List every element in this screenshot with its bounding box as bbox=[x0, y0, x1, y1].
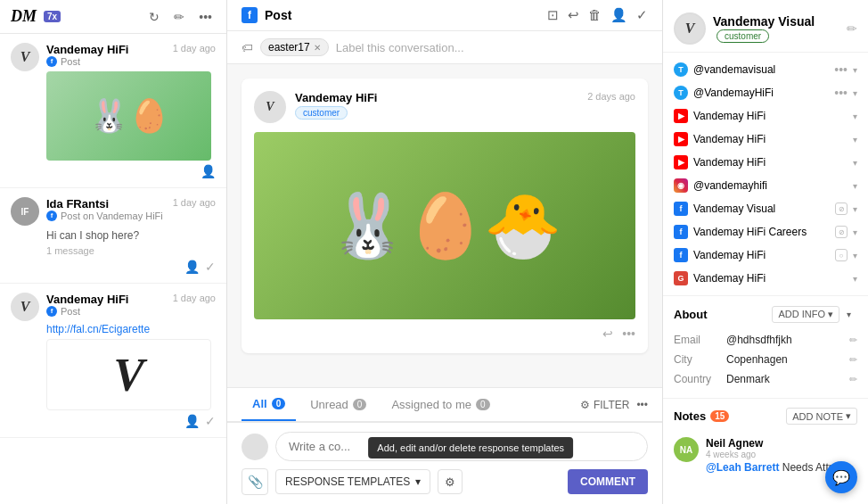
conversation-item-3[interactable]: V Vandemay HiFi f Post 1 day ago http://… bbox=[0, 284, 226, 438]
add-info-label: ADD INFO bbox=[778, 309, 825, 319]
youtube-icon-3: ▶ bbox=[674, 155, 688, 169]
label-remove[interactable]: ✕ bbox=[314, 43, 321, 53]
tab-assigned[interactable]: Assigned to me 0 bbox=[381, 389, 500, 420]
person-icon[interactable]: 👤 bbox=[610, 7, 627, 23]
conv-logo-3: V bbox=[46, 339, 211, 410]
tab-all[interactable]: All 0 bbox=[242, 388, 296, 421]
social-item-yt2: ▶ Vandemay HiFi ▾ bbox=[663, 128, 868, 151]
social-arrow-tw1[interactable]: ▾ bbox=[853, 65, 857, 75]
attach-button[interactable]: 📎 bbox=[242, 468, 268, 495]
social-arrow-yt2[interactable]: ▾ bbox=[853, 135, 857, 145]
copy-icon[interactable]: ⊡ bbox=[547, 7, 559, 23]
facebook-icon-1: f bbox=[674, 202, 688, 216]
social-arrow-gp[interactable]: ▾ bbox=[853, 274, 857, 284]
refresh-button[interactable]: ↻ bbox=[145, 8, 163, 26]
template-label: RESPONSE TEMPLATES bbox=[285, 475, 410, 488]
brand-edit-icon[interactable]: ✏ bbox=[847, 21, 857, 36]
youtube-icon-2: ▶ bbox=[674, 132, 688, 146]
reply-msg-icon[interactable]: ↩ bbox=[602, 326, 613, 341]
reply-icon[interactable]: ↩ bbox=[568, 7, 579, 23]
filter-icon: ⚙ bbox=[580, 399, 590, 411]
conversation-item-2[interactable]: IF Ida FRantsi f Post on Vandemay HiFi 1… bbox=[0, 188, 226, 284]
conv-footer-3: 👤 ✓ bbox=[11, 414, 216, 428]
more-tabs-icon[interactable]: ••• bbox=[636, 399, 648, 411]
about-expand[interactable]: ▾ bbox=[839, 305, 857, 323]
social-badge-fb3: ○ bbox=[835, 249, 848, 261]
instagram-icon: ◉ bbox=[674, 178, 688, 193]
country-value: Denmark bbox=[726, 373, 846, 385]
about-row-city: City Copenhagen ✏ bbox=[674, 350, 857, 369]
filter-label: FILTER bbox=[594, 399, 629, 411]
brand-avatar-3: V bbox=[11, 293, 39, 321]
comment-button[interactable]: COMMENT bbox=[568, 469, 648, 494]
tab-unread[interactable]: Unread 0 bbox=[299, 389, 377, 420]
email-value: @hdhsdfhfjkh bbox=[726, 334, 846, 346]
social-name-yt3: Vandemay HiFi bbox=[693, 156, 848, 169]
reply-avatar bbox=[242, 434, 268, 460]
tag-icon-label: 🏷 bbox=[242, 41, 253, 54]
social-arrow-tw2[interactable]: ▾ bbox=[853, 88, 857, 98]
social-arrow-yt1[interactable]: ▾ bbox=[853, 112, 857, 121]
conv-messages-2: 1 message bbox=[46, 245, 216, 256]
check-icon-header[interactable]: ✓ bbox=[636, 7, 648, 23]
tooltip: Add, edit and/or delete response templat… bbox=[368, 437, 573, 459]
add-info-button[interactable]: ADD INFO ▾ bbox=[772, 306, 839, 323]
msg-meta: Vandemay HiFi customer bbox=[295, 91, 578, 120]
social-item-ig: ◉ @vandemayhifi ▾ bbox=[663, 174, 868, 197]
social-arrow-fb3[interactable]: ▾ bbox=[853, 251, 857, 260]
more-msg-icon[interactable]: ••• bbox=[622, 326, 635, 341]
left-panel: DM 7x ↻ ✏ ••• V Vandemay HiFi f Post 1 d… bbox=[0, 0, 227, 504]
assign-icon-1: 👤 bbox=[201, 164, 216, 178]
brand-avatar-1: V bbox=[11, 43, 39, 71]
social-arrow-fb2[interactable]: ▾ bbox=[853, 227, 857, 237]
label-placeholder[interactable]: Label this conversation... bbox=[336, 41, 464, 54]
msg-time: 2 days ago bbox=[587, 91, 635, 102]
brand-name: Vandemay Visual bbox=[713, 14, 839, 29]
template-chevron: ▾ bbox=[415, 475, 421, 488]
fb-logo-header: f bbox=[242, 7, 258, 23]
social-dots-tw2[interactable]: ••• bbox=[834, 86, 848, 100]
trash-icon[interactable]: 🗑 bbox=[588, 7, 602, 23]
about-section: About ADD INFO ▾ ▾ Email @hdhsdfhfjkh ✏ … bbox=[663, 296, 868, 399]
conv-sub-2: f Post on Vandemay HiFi bbox=[46, 211, 166, 221]
facebook-icon-3: f bbox=[674, 248, 688, 262]
conv-name-2: Ida FRantsi bbox=[46, 197, 166, 211]
conv-footer-1: 👤 bbox=[11, 164, 216, 178]
email-edit-icon[interactable]: ✏ bbox=[849, 335, 857, 346]
filter-button[interactable]: ⚙ FILTER bbox=[580, 399, 629, 411]
messages-area: V Vandemay HiFi customer 2 days ago 🐰🥚🐣 … bbox=[227, 64, 662, 387]
conversation-item-1[interactable]: V Vandemay HiFi f Post 1 day ago 🐰🥚 👤 bbox=[0, 34, 226, 188]
left-header: DM 7x ↻ ✏ ••• bbox=[0, 0, 226, 34]
social-name-fb1: Vandemay Visual bbox=[693, 202, 830, 215]
social-item-tw1: T @vandemavisual ••• ▾ bbox=[663, 58, 868, 81]
label-bar: 🏷 easter17 ✕ Label this conversation... bbox=[227, 31, 662, 64]
fb-icon-3: f bbox=[46, 306, 57, 317]
edit-button[interactable]: ✏ bbox=[170, 8, 188, 26]
chat-support-button[interactable]: 💬 bbox=[825, 461, 857, 493]
conv-info-1: Vandemay HiFi f Post bbox=[46, 43, 166, 67]
more-button[interactable]: ••• bbox=[195, 8, 216, 26]
social-arrow-ig[interactable]: ▾ bbox=[853, 181, 857, 191]
template-button[interactable]: RESPONSE TEMPLATES ▾ bbox=[275, 469, 430, 494]
social-arrow-fb1[interactable]: ▾ bbox=[853, 204, 857, 214]
message-card: V Vandemay HiFi customer 2 days ago 🐰🥚🐣 … bbox=[242, 78, 648, 353]
add-note-label: ADD NOTE bbox=[792, 411, 843, 422]
social-dots-tw1[interactable]: ••• bbox=[834, 62, 848, 77]
tab-all-badge: 0 bbox=[272, 398, 286, 409]
country-edit-icon[interactable]: ✏ bbox=[849, 374, 857, 385]
brand-avatar-right: V bbox=[674, 12, 706, 45]
conv-sub-3: f Post bbox=[46, 306, 166, 317]
msg-avatar: V bbox=[254, 91, 286, 123]
user-avatar-2: IF bbox=[11, 197, 39, 226]
right-header: V Vandemay Visual customer ✏ bbox=[663, 0, 868, 53]
city-edit-icon[interactable]: ✏ bbox=[849, 354, 857, 366]
social-arrow-yt3[interactable]: ▾ bbox=[853, 158, 857, 168]
add-note-button[interactable]: ADD NOTE ▾ bbox=[786, 408, 857, 425]
gear-button[interactable]: ⚙ bbox=[438, 469, 463, 494]
social-item-fb3: f Vandemay HiFi ○ ▾ bbox=[663, 244, 868, 267]
conv-time-1: 1 day ago bbox=[173, 43, 216, 54]
dm-badge: 7x bbox=[44, 11, 61, 22]
conv-footer-2: 👤 ✓ bbox=[11, 260, 216, 274]
fb-icon-2: f bbox=[46, 211, 57, 221]
email-label: Email bbox=[674, 334, 723, 346]
